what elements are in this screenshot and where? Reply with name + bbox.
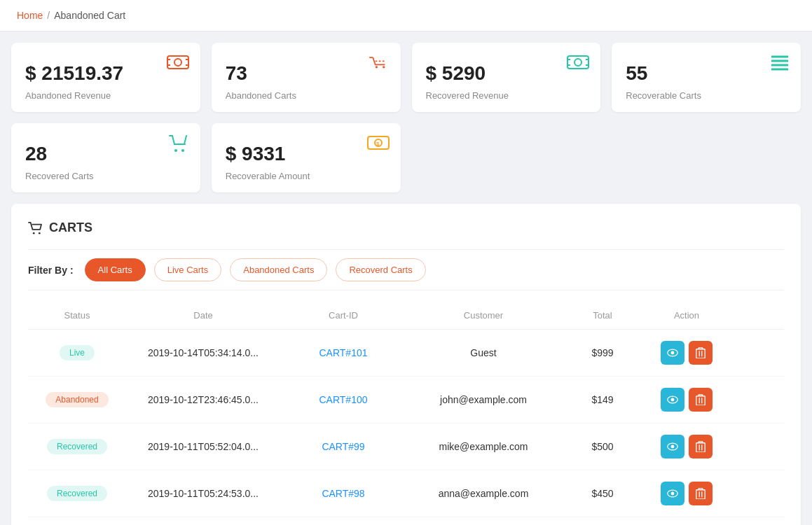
trash-icon <box>696 347 706 358</box>
col-status: Status <box>28 310 126 321</box>
money-yellow-icon: $ <box>367 134 390 155</box>
stat-recoverable-carts: 55 Recoverable Carts <box>612 43 801 112</box>
svg-point-28 <box>671 351 675 355</box>
cell-date: 2019-10-12T23:46:45.0... <box>126 394 280 405</box>
table-row: Recovered 2019-10-11T05:24:53.0... CART#… <box>28 470 784 517</box>
breadcrumb: Home / Abandoned Cart <box>0 0 812 31</box>
breadcrumb-separator: / <box>47 10 50 21</box>
view-button[interactable] <box>661 482 684 505</box>
cell-total: $999 <box>560 347 645 358</box>
delete-button[interactable] <box>689 388 713 412</box>
cell-action <box>645 341 729 365</box>
filter-recovered-carts[interactable]: Recoverd Carts <box>336 258 425 281</box>
cell-cart-id: CART#100 <box>280 394 406 405</box>
status-badge: Recovered <box>47 486 107 501</box>
cart-id-link[interactable]: CART#99 <box>322 441 364 452</box>
svg-point-20 <box>174 149 177 152</box>
filter-bar: Filter By : All Carts Live Carts Abandon… <box>28 249 784 290</box>
abandoned-carts-label: Abandoned Carts <box>226 90 387 101</box>
filter-all-carts[interactable]: All Carts <box>85 258 146 281</box>
trash-icon <box>696 441 706 452</box>
stat-recovered-carts: 28 Recovered Carts <box>11 123 200 192</box>
svg-point-21 <box>181 149 184 152</box>
col-action: Action <box>645 310 729 321</box>
trash-icon <box>696 488 706 499</box>
view-button[interactable] <box>661 341 684 365</box>
stats-row-2: 28 Recovered Carts $ $ 9331 Recoverable … <box>11 123 801 192</box>
cell-status: Recovered <box>28 439 126 454</box>
col-cart-id: Cart-ID <box>280 310 406 321</box>
cell-status: Live <box>28 345 126 360</box>
col-customer: Customer <box>406 310 560 321</box>
recoverable-amount-value: $ 9331 <box>226 143 387 165</box>
cart-green-icon <box>168 134 189 157</box>
cart-id-link[interactable]: CART#101 <box>319 347 367 358</box>
col-date: Date <box>126 310 280 321</box>
recovered-revenue-value: $ 5290 <box>426 62 587 85</box>
recovered-revenue-label: Recovered Revenue <box>426 90 587 101</box>
view-button[interactable] <box>661 435 684 458</box>
stat-recoverable-amount: $ $ 9331 Recoverable Amount <box>212 123 401 192</box>
breadcrumb-home[interactable]: Home <box>17 10 43 21</box>
cell-action <box>645 482 729 505</box>
cell-status: Abandoned <box>28 392 126 407</box>
carts-title: CARTS <box>28 220 784 235</box>
eye-icon <box>667 489 678 498</box>
carts-section: CARTS Filter By : All Carts Live Carts A… <box>11 204 801 525</box>
svg-point-9 <box>383 66 385 68</box>
eye-icon <box>667 396 678 404</box>
cell-total: $450 <box>560 488 645 499</box>
cell-date: 2019-10-14T05:34:14.0... <box>126 347 280 358</box>
trash-icon <box>696 394 706 405</box>
svg-point-34 <box>671 398 675 402</box>
carts-title-text: CARTS <box>49 220 92 235</box>
abandoned-revenue-label: Abandoned Revenue <box>25 90 186 101</box>
svg-point-8 <box>375 66 377 68</box>
cell-date: 2019-10-11T05:52:04.0... <box>126 441 280 452</box>
cart-id-link[interactable]: CART#98 <box>322 488 364 499</box>
svg-point-11 <box>574 59 582 66</box>
recovered-carts-value: 28 <box>25 143 186 165</box>
svg-rect-0 <box>167 56 188 69</box>
view-button[interactable] <box>661 388 684 412</box>
table-row: Recovered 2019-10-11T05:52:04.0... CART#… <box>28 424 784 470</box>
carts-title-icon <box>28 222 42 234</box>
stats-row-1: $ 21519.37 Abandoned Revenue 73 Abandone… <box>11 43 801 112</box>
svg-point-25 <box>33 232 35 234</box>
abandoned-revenue-value: $ 21519.37 <box>25 62 186 85</box>
stats-section: $ 21519.37 Abandoned Revenue 73 Abandone… <box>0 31 812 204</box>
svg-rect-35 <box>696 396 705 405</box>
filter-abandoned-carts[interactable]: Abandoned Carts <box>230 258 327 281</box>
delete-button[interactable] <box>689 341 713 365</box>
svg-rect-29 <box>696 349 705 358</box>
cell-customer: mike@example.com <box>406 441 560 452</box>
svg-point-1 <box>174 59 181 66</box>
cell-customer: john@example.com <box>406 394 560 405</box>
table-row: Live 2019-10-14T05:34:14.0... CART#101 G… <box>28 330 784 377</box>
carts-table: Status Date Cart-ID Customer Total Actio… <box>28 304 784 517</box>
delete-button[interactable] <box>689 482 713 505</box>
delete-button[interactable] <box>689 435 713 458</box>
svg-rect-10 <box>567 56 589 69</box>
status-badge: Abandoned <box>46 392 108 407</box>
stat-recovered-revenue: $ 5290 Recovered Revenue <box>412 43 601 112</box>
breadcrumb-current: Abandoned Cart <box>54 10 125 21</box>
cart-id-link[interactable]: CART#100 <box>319 394 367 405</box>
svg-text:$: $ <box>376 141 380 147</box>
cell-total: $149 <box>560 394 645 405</box>
cell-customer: anna@example.com <box>406 488 560 499</box>
eye-icon <box>667 349 678 357</box>
recoverable-amount-label: Recoverable Amount <box>226 171 387 181</box>
svg-rect-41 <box>696 443 705 452</box>
stats-placeholder-1 <box>412 123 601 192</box>
svg-rect-47 <box>696 490 705 499</box>
cell-customer: Guest <box>406 347 560 358</box>
svg-point-46 <box>671 492 675 496</box>
table-body: Live 2019-10-14T05:34:14.0... CART#101 G… <box>28 330 784 517</box>
cell-action <box>645 388 729 412</box>
col-total: Total <box>560 310 645 321</box>
cell-status: Recovered <box>28 486 126 501</box>
filter-live-carts[interactable]: Live Carts <box>154 258 222 281</box>
table-row: Abandoned 2019-10-12T23:46:45.0... CART#… <box>28 377 784 424</box>
recovered-carts-label: Recovered Carts <box>25 171 186 181</box>
